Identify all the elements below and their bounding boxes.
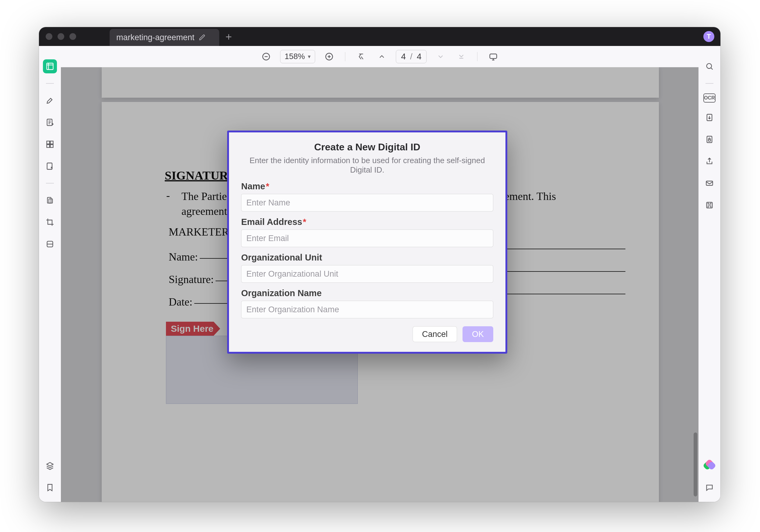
email-label: Email Address* [241, 217, 493, 227]
scrollbar-thumb[interactable] [693, 432, 697, 496]
ok-button[interactable]: OK [462, 326, 493, 342]
document-tab[interactable]: marketing-agreement [110, 29, 219, 46]
window-controls [46, 33, 76, 40]
comments-icon[interactable] [702, 481, 716, 495]
svg-rect-12 [490, 54, 497, 59]
svg-point-13 [707, 64, 712, 68]
new-tab-button[interactable]: ＋ [219, 27, 238, 46]
org-name-label: Organization Name [241, 288, 493, 298]
svg-rect-16 [709, 139, 711, 141]
fill-sign-icon[interactable] [43, 115, 57, 129]
name-input[interactable] [241, 194, 493, 211]
layers-icon[interactable] [43, 459, 57, 473]
org-name-input[interactable] [241, 301, 493, 318]
presentation-icon[interactable] [487, 50, 500, 63]
traffic-minimize[interactable] [58, 33, 64, 40]
field-signature-right [493, 273, 625, 274]
highlighter-icon[interactable] [43, 93, 57, 108]
dialog-title: Create a New Digital ID [241, 142, 493, 153]
edit-page-icon[interactable] [43, 137, 57, 151]
org-unit-input[interactable] [241, 265, 493, 283]
scan-icon[interactable] [43, 237, 57, 251]
avatar[interactable]: T [703, 31, 714, 42]
page-total: 4 [417, 52, 422, 62]
svg-rect-5 [50, 145, 53, 147]
svg-rect-17 [706, 181, 713, 185]
bookmark-icon[interactable] [43, 481, 57, 495]
zoom-value: 158% [285, 52, 305, 61]
pencil-icon[interactable] [199, 34, 206, 41]
avatar-initial: T [707, 32, 711, 40]
zoom-in-button[interactable] [322, 50, 336, 63]
titlebar: marketing-agreement ＋ T [39, 27, 720, 46]
first-page-button[interactable] [355, 50, 368, 63]
name-label: Name* [241, 181, 493, 192]
left-rail [39, 46, 61, 502]
email-input[interactable] [241, 230, 493, 247]
search-icon[interactable] [702, 59, 716, 73]
tab-bar: marketing-agreement ＋ [110, 27, 238, 46]
traffic-close[interactable] [46, 33, 52, 40]
svg-rect-18 [707, 202, 712, 208]
dialog-subtitle: Enter the identity information to be use… [241, 156, 493, 175]
right-rail: OCR [698, 46, 720, 502]
share-icon[interactable] [702, 154, 716, 168]
create-digital-id-dialog: Create a New Digital ID Enter the identi… [227, 131, 507, 354]
redact-icon[interactable] [43, 193, 57, 207]
role-left: MARKETER [169, 226, 229, 238]
ocr-icon[interactable]: OCR [703, 93, 716, 103]
app-window: marketing-agreement ＋ T [39, 27, 720, 502]
thumbnails-icon[interactable] [43, 59, 57, 73]
save-icon[interactable] [702, 198, 716, 212]
page-indicator[interactable]: 4 / 4 [396, 50, 427, 63]
svg-rect-0 [47, 63, 53, 70]
next-page-button[interactable] [434, 50, 447, 63]
copilot-icon[interactable] [702, 459, 716, 473]
svg-rect-3 [50, 141, 53, 144]
sign-here-tag[interactable]: Sign Here [166, 322, 220, 336]
last-page-button[interactable] [454, 50, 468, 63]
cancel-button[interactable]: Cancel [412, 326, 457, 342]
org-unit-label: Organizational Unit [241, 253, 493, 263]
prev-page-button[interactable] [375, 50, 389, 63]
protect-icon[interactable] [702, 132, 716, 146]
view-toolbar: 158% ▾ 4 / 4 [61, 46, 698, 67]
traffic-zoom[interactable] [70, 33, 76, 40]
svg-rect-2 [47, 141, 50, 144]
page-current: 4 [401, 52, 406, 62]
convert-icon[interactable] [702, 111, 716, 124]
tab-title: marketing-agreement [116, 33, 195, 42]
zoom-dropdown[interactable]: 158% ▾ [280, 50, 315, 63]
svg-rect-4 [47, 145, 50, 147]
zoom-out-button[interactable] [260, 50, 273, 63]
email-icon[interactable] [702, 176, 716, 190]
crop-icon[interactable] [43, 215, 57, 229]
app-body: 158% ▾ 4 / 4 [39, 46, 720, 502]
form-icon[interactable] [43, 159, 57, 173]
chevron-down-icon: ▾ [308, 53, 310, 60]
